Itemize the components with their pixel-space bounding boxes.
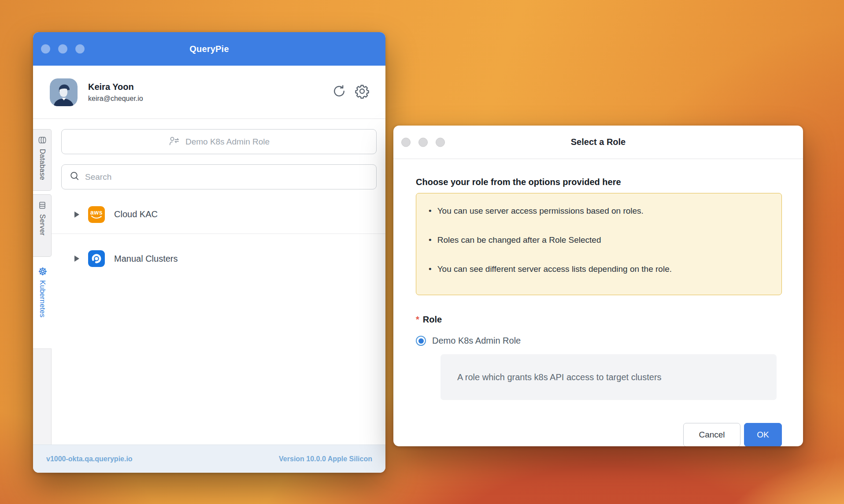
tab-database[interactable]: Database: [33, 129, 52, 191]
info-bullet: • You can use server access permissions …: [429, 204, 769, 226]
current-role-label: Demo K8s Admin Role: [185, 137, 270, 147]
disclosure-triangle-icon[interactable]: [74, 211, 79, 218]
tab-server[interactable]: Server: [33, 194, 52, 257]
dialog-title: Select a Role: [571, 137, 626, 147]
role-option-demo-k8s-admin[interactable]: Demo K8s Admin Role: [416, 336, 782, 346]
desktop-wallpaper: QueryPie Keira Yoon keira@chequer.io: [0, 0, 844, 504]
traffic-lights: [401, 137, 445, 147]
role-field-label: Role: [423, 315, 442, 325]
dialog-heading: Choose your role from the options provid…: [416, 177, 782, 187]
gear-icon: [354, 83, 370, 101]
sidebar-tabstrip: Database Server ☸ Kubernetes: [33, 119, 52, 445]
required-asterisk: *: [416, 315, 419, 325]
refresh-icon: [332, 84, 347, 100]
dialog-titlebar[interactable]: Select a Role: [393, 126, 803, 159]
info-bullet: • Roles can be changed after a Role Sele…: [429, 233, 769, 255]
window-title: QueryPie: [189, 44, 229, 54]
tab-kubernetes-label: Kubernetes: [38, 280, 46, 318]
bullet-icon: •: [429, 204, 432, 217]
disclosure-triangle-icon[interactable]: [74, 256, 79, 262]
close-window-button[interactable]: [41, 44, 50, 54]
settings-button[interactable]: [354, 84, 370, 100]
minimize-window-button[interactable]: [58, 44, 67, 54]
aws-icon: aws: [88, 206, 105, 223]
tree-item-label: Manual Clusters: [114, 254, 178, 264]
bullet-icon: •: [429, 263, 432, 275]
querypie-titlebar[interactable]: QueryPie: [33, 32, 385, 66]
zoom-window-button[interactable]: [436, 137, 445, 147]
current-role-button[interactable]: Demo K8s Admin Role: [61, 129, 377, 154]
select-role-dialog: Select a Role Choose your role from the …: [393, 126, 803, 446]
info-bullet: • You can see different server access li…: [429, 263, 769, 284]
cluster-tree: aws Cloud KAC: [52, 195, 385, 283]
refresh-button[interactable]: [331, 84, 347, 100]
traffic-lights: [41, 44, 85, 54]
close-window-button[interactable]: [401, 137, 411, 147]
bullet-icon: •: [429, 233, 432, 246]
querypie-window: QueryPie Keira Yoon keira@chequer.io: [33, 32, 385, 473]
role-description-text: A role which grants k8s API access to ta…: [457, 372, 662, 382]
zoom-window-button[interactable]: [75, 44, 85, 54]
tab-server-label: Server: [38, 214, 46, 236]
ok-button[interactable]: OK: [744, 423, 782, 446]
avatar: [50, 78, 78, 106]
role-option-label: Demo K8s Admin Role: [432, 336, 521, 346]
host-url: v1000-okta.qa.querypie.io: [46, 455, 133, 463]
tree-item-manual-clusters[interactable]: Manual Clusters: [52, 234, 385, 283]
cancel-button[interactable]: Cancel: [683, 423, 740, 446]
kubernetes-helm-icon: ☸: [37, 267, 46, 276]
tab-kubernetes[interactable]: ☸ Kubernetes: [33, 260, 52, 345]
role-description-box: A role which grants k8s API access to ta…: [441, 354, 777, 400]
tabstrip-filler: [33, 348, 52, 445]
user-switch-icon: [168, 136, 181, 148]
profile-section: Keira Yoon keira@chequer.io: [33, 66, 385, 119]
tree-item-label: Cloud KAC: [114, 209, 158, 219]
app-version: Version 10.0.0 Apple Silicon: [279, 455, 372, 463]
minimize-window-button[interactable]: [418, 137, 428, 147]
search-input[interactable]: [85, 172, 368, 182]
tree-item-cloud-kac[interactable]: aws Cloud KAC: [52, 195, 385, 234]
search-field[interactable]: [61, 164, 377, 189]
querypie-cluster-icon: [88, 250, 105, 267]
status-bar: v1000-okta.qa.querypie.io Version 10.0.0…: [33, 445, 385, 473]
database-icon: [38, 136, 47, 145]
tab-database-label: Database: [38, 149, 46, 180]
user-name: Keira Yoon: [88, 82, 331, 92]
search-icon: [70, 171, 80, 183]
radio-selected-icon[interactable]: [416, 336, 426, 346]
info-box: • You can use server access permissions …: [416, 193, 782, 295]
server-icon: [38, 201, 47, 210]
user-email: keira@chequer.io: [88, 95, 331, 103]
